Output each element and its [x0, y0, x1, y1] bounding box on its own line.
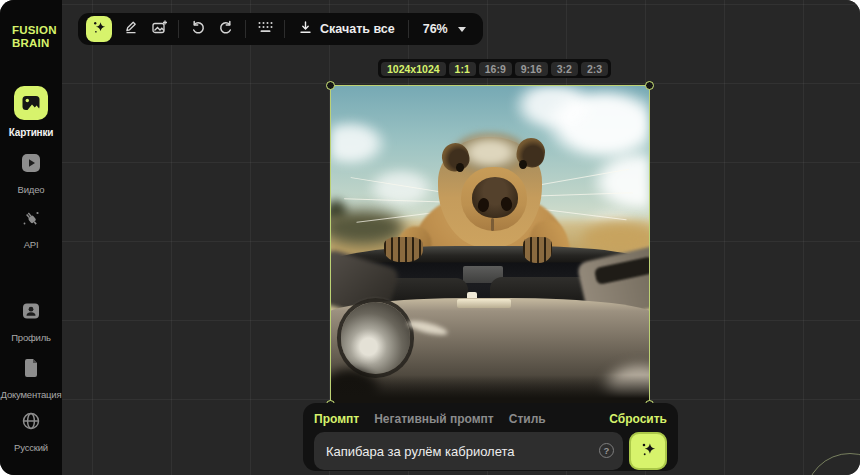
prompt-tabs: Промпт Негативный промпт Стиль Сбросить: [314, 412, 667, 426]
sidebar-item-images[interactable]: Картинки: [0, 86, 62, 138]
hood-vent: [457, 299, 511, 308]
sidebar-item-label: Документация: [0, 389, 62, 400]
magic-wand-icon: [91, 19, 108, 40]
prompt-input-row: ?: [314, 432, 667, 470]
video-icon: [20, 152, 42, 174]
undo-button[interactable]: [184, 15, 212, 43]
chevron-down-icon: [458, 27, 466, 32]
capybara-paw: [523, 237, 552, 263]
download-icon: [298, 20, 313, 38]
capybara-eye: [456, 163, 464, 172]
help-icon[interactable]: ?: [599, 443, 614, 458]
redo-icon: [218, 19, 234, 39]
generated-image[interactable]: [330, 85, 650, 405]
images-icon: [14, 86, 48, 120]
capybara-eye: [519, 160, 527, 169]
ratio-chip-16-9[interactable]: 16:9: [479, 62, 512, 76]
sidebar-item-label: Профиль: [0, 332, 62, 343]
reset-button[interactable]: Сбросить: [609, 412, 667, 426]
shadow: [331, 375, 649, 404]
ratio-chip-3-2[interactable]: 3:2: [551, 62, 578, 76]
magic-wand-icon: [639, 440, 658, 463]
sidebar-item-profile[interactable]: Профиль: [0, 300, 62, 343]
fusion-brain-app: FUSION BRAIN Картинки Видео: [0, 0, 860, 475]
capybara-paw: [384, 237, 422, 262]
add-image-tool-button[interactable]: [145, 15, 173, 43]
redo-button[interactable]: [212, 15, 240, 43]
ratio-chip-1-1[interactable]: 1:1: [449, 62, 476, 76]
sidebar-item-api[interactable]: API: [0, 207, 62, 250]
capybara-nose: [472, 177, 518, 218]
api-plug-icon: [20, 207, 42, 229]
sidebar: FUSION BRAIN Картинки Видео: [0, 0, 62, 475]
image-plus-icon: [151, 19, 168, 40]
sidebar-item-language[interactable]: Русский: [0, 410, 62, 453]
sidebar-item-label: API: [0, 239, 62, 250]
undo-icon: [190, 19, 206, 39]
toolbar-divider: [408, 20, 409, 38]
selection-handle-top-left[interactable]: [326, 81, 335, 90]
toolbar-divider: [178, 20, 179, 38]
prompt-input[interactable]: [314, 432, 623, 470]
prompt-input-wrap: ?: [314, 432, 623, 470]
logo-line-1: FUSION: [12, 24, 62, 37]
zoom-level-value: 76%: [423, 22, 448, 36]
tab-prompt[interactable]: Промпт: [314, 412, 359, 426]
draw-tool-button[interactable]: [117, 15, 145, 43]
logo-line-2: BRAIN: [12, 37, 62, 50]
download-all-label: Скачать все: [320, 22, 395, 36]
pencil-icon: [123, 19, 139, 39]
capybara-mouth: [491, 218, 495, 231]
fusion-brain-logo[interactable]: FUSION BRAIN: [0, 24, 62, 50]
car-headlight: [341, 302, 411, 374]
sidebar-item-label: Картинки: [0, 127, 62, 138]
download-all-button[interactable]: Скачать все: [290, 15, 403, 43]
zoom-level-control[interactable]: 76%: [414, 15, 475, 43]
sidebar-item-label: Русский: [0, 442, 62, 453]
pixel-grid-button[interactable]: [251, 15, 279, 43]
ratio-chip-2-3[interactable]: 2:3: [581, 62, 608, 76]
sidebar-item-docs[interactable]: Документация: [0, 357, 62, 400]
toolbar-divider: [245, 20, 246, 38]
tab-style[interactable]: Стиль: [509, 412, 546, 426]
document-icon: [21, 357, 41, 379]
sidebar-item-label: Видео: [0, 184, 62, 195]
profile-icon: [20, 300, 42, 322]
selection-handle-top-right[interactable]: [645, 81, 654, 90]
ratio-chip-9-16[interactable]: 9:16: [515, 62, 548, 76]
sidebar-item-video[interactable]: Видео: [0, 152, 62, 195]
toolbar-divider: [284, 20, 285, 38]
globe-icon: [20, 410, 42, 432]
prompt-panel: Промпт Негативный промпт Стиль Сбросить …: [303, 403, 678, 471]
generate-tool-button[interactable]: [86, 16, 112, 42]
dots-grid-icon: [257, 20, 274, 38]
size-ratio-bar: 1024x1024 1:1 16:9 9:16 3:2 2:3: [378, 59, 611, 78]
toolbar: Скачать все 76%: [78, 13, 483, 45]
tab-negative-prompt[interactable]: Негативный промпт: [374, 412, 494, 426]
resolution-chip[interactable]: 1024x1024: [381, 62, 446, 76]
generate-button[interactable]: [629, 432, 667, 470]
capybara-convertible-illustration: [331, 86, 649, 404]
